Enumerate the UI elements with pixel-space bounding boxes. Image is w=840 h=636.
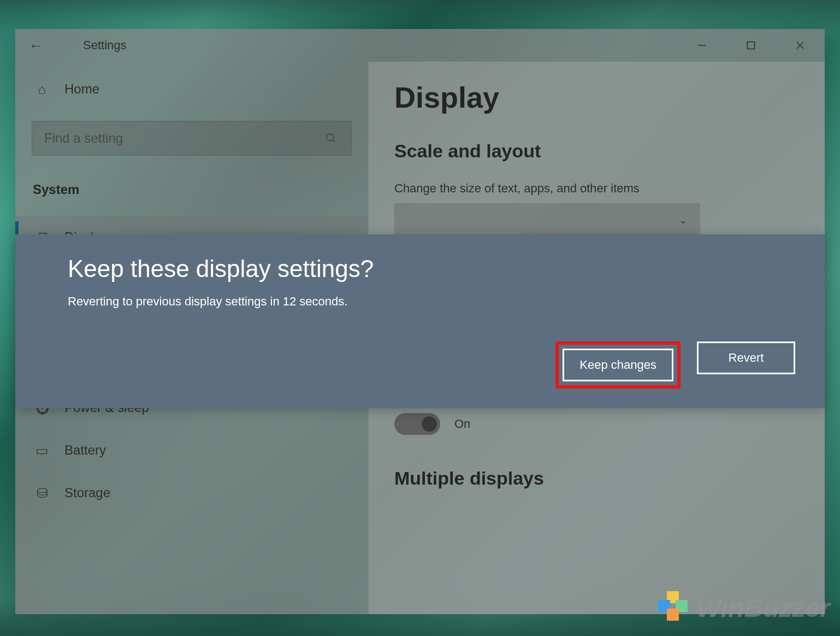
close-button[interactable] <box>776 29 825 62</box>
dropdown-value <box>407 213 411 227</box>
scale-dropdown[interactable]: ⌄ <box>394 203 700 237</box>
toggle-state: On <box>454 417 470 431</box>
sidebar-item-label: Home <box>64 81 99 97</box>
page-title: Display <box>394 80 797 114</box>
home-icon: ⌂ <box>34 81 50 97</box>
svg-line-5 <box>333 140 335 143</box>
back-icon[interactable]: ← <box>25 37 47 54</box>
sidebar-item-home[interactable]: ⌂ Home <box>32 65 352 113</box>
section-heading: Multiple displays <box>394 468 797 489</box>
revert-button[interactable]: Revert <box>697 341 795 374</box>
sidebar-section: System <box>32 182 352 197</box>
rotation-lock-toggle[interactable] <box>394 413 440 435</box>
search-icon <box>323 132 339 144</box>
keep-settings-dialog: Keep these display settings? Reverting t… <box>15 234 825 408</box>
dialog-title: Keep these display settings? <box>68 255 772 282</box>
toggle-knob <box>422 416 437 432</box>
chevron-down-icon: ⌄ <box>679 214 687 226</box>
window-title: Settings <box>83 38 127 52</box>
search-input[interactable] <box>44 131 323 146</box>
titlebar: ← Settings <box>15 29 825 62</box>
sidebar-item-label: Storage <box>64 485 110 500</box>
svg-rect-1 <box>748 42 755 49</box>
dialog-message: Reverting to previous display settings i… <box>68 295 772 309</box>
sidebar-item-storage[interactable]: ⛁Storage <box>32 472 352 514</box>
minimize-button[interactable] <box>677 29 726 62</box>
window-controls <box>677 29 825 62</box>
watermark-text: WinBuzzer <box>696 593 830 623</box>
watermark: WinBuzzer <box>653 591 830 624</box>
annotation-highlight: Keep changes <box>555 341 681 388</box>
section-heading: Scale and layout <box>394 140 797 162</box>
battery-icon: ▭ <box>34 443 50 458</box>
storage-icon: ⛁ <box>34 485 50 501</box>
scale-label: Change the size of text, apps, and other… <box>394 181 797 196</box>
svg-point-4 <box>327 134 334 141</box>
search-box[interactable] <box>32 121 352 156</box>
keep-changes-button[interactable]: Keep changes <box>563 349 673 381</box>
sidebar-item-battery[interactable]: ▭Battery <box>32 429 352 472</box>
watermark-logo-icon <box>653 591 691 624</box>
sidebar-item-label: Battery <box>64 443 106 458</box>
maximize-button[interactable] <box>726 29 776 62</box>
